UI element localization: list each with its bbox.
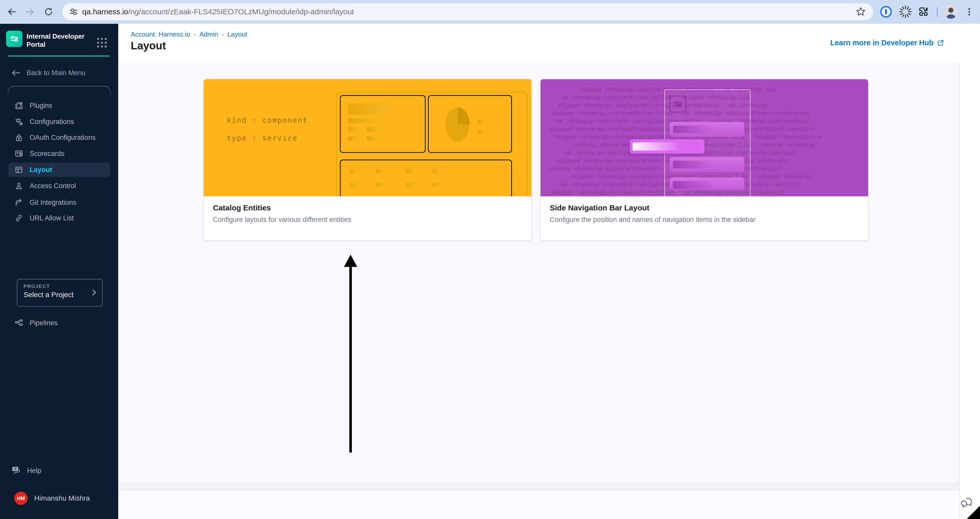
card-side-navigation-layout[interactable]: skipped /drone/go-scm/scm/driver/bitbuck… <box>540 79 869 241</box>
sidebar-item-label: Pipelines <box>30 319 58 327</box>
sidebar-item-label: Access Control <box>30 182 76 190</box>
wireframe-chart-box <box>428 95 512 153</box>
app-title: Internal Developer Portal <box>27 32 91 49</box>
sidebar-item-label: Plugins <box>30 102 52 110</box>
sidebar-item-configurations[interactable]: Configurations <box>8 115 110 129</box>
user-name: Himanshu Mishra <box>34 494 90 502</box>
sidebar-item-label: URL Allow List <box>30 214 74 222</box>
catalog-entities-preview: kind : component type : service <box>204 79 531 196</box>
browser-profile-avatar[interactable] <box>944 5 958 19</box>
puzzle-icon <box>8 101 30 110</box>
sidebar-item-label: OAuth Configurations <box>30 134 95 142</box>
sidebar-item-label: Git Integrations <box>30 199 76 207</box>
card-footer: Catalog Entities Configure layouts for v… <box>204 196 531 231</box>
page-title: Layout <box>131 40 166 52</box>
apps-grid-icon[interactable] <box>94 35 109 50</box>
sidebar-item-access-control[interactable]: Access Control <box>8 179 110 193</box>
sidebar-item-label: Scorecards <box>30 150 65 158</box>
lock-icon <box>8 133 30 142</box>
back-icon <box>6 6 18 18</box>
scorecard-icon <box>8 149 30 158</box>
sidebar-item-oauth-configurations[interactable]: OAuth Configurations <box>8 130 110 145</box>
svg-text:?: ? <box>14 467 17 471</box>
breadcrumb-account-link[interactable]: Account: Harness.io <box>131 30 190 38</box>
wireframe-table-box <box>340 160 512 196</box>
page-footer-area <box>118 490 959 519</box>
gears-icon <box>8 117 30 126</box>
help-chat-icon: ? <box>11 466 22 476</box>
help-button[interactable]: ? Help <box>11 466 41 476</box>
breadcrumb: Account: Harness.io › Admin › Layout <box>131 30 247 38</box>
mini-logo-outline <box>670 96 686 112</box>
project-value: Select a Project <box>24 291 73 299</box>
idp-logo[interactable] <box>6 31 22 47</box>
address-bar[interactable]: qa.harness.io/ng/account/zEaak-FLS425IEO… <box>62 3 873 20</box>
sidebar-item-url-allow-list[interactable]: URL Allow List <box>8 211 110 225</box>
pipelines-icon <box>8 318 30 327</box>
browser-back-button[interactable] <box>5 5 19 19</box>
browser-forward-button[interactable] <box>23 5 37 19</box>
layout-icon <box>8 165 30 174</box>
git-branch-icon <box>8 198 30 207</box>
browser-reload-button[interactable] <box>41 5 56 19</box>
extensions-puzzle-icon[interactable] <box>917 5 931 19</box>
project-label: PROJECT <box>24 284 50 289</box>
forward-icon <box>24 6 36 18</box>
card-title: Catalog Entities <box>213 203 522 212</box>
card-description: Configure the position and names of navi… <box>550 216 859 224</box>
mini-nav-item-dragging <box>630 139 705 154</box>
help-label: Help <box>27 467 41 475</box>
extension-1password-icon[interactable] <box>879 5 893 19</box>
annotation-arrow-up <box>342 254 360 455</box>
sidebar-item-scorecards[interactable]: Scorecards <box>8 147 110 161</box>
url-host: qa.harness.io <box>82 7 128 16</box>
breadcrumb-separator: › <box>194 31 196 38</box>
site-settings-icon[interactable] <box>68 6 79 17</box>
back-label: Back to Main Menu <box>27 69 86 77</box>
side-nav-preview: skipped /drone/go-scm/scm/driver/bitbuck… <box>541 79 868 196</box>
bookmark-star-icon[interactable] <box>855 6 866 17</box>
content-area: kind : component type : service <box>118 62 960 483</box>
app-sidebar: Internal Developer Portal Back to Main M… <box>0 24 118 519</box>
sidebar-accent-divider <box>8 56 110 56</box>
sidebar-item-git-integrations[interactable]: Git Integrations <box>8 195 110 210</box>
chevron-right-icon <box>91 288 98 297</box>
learn-more-link[interactable]: Learn more in Developer Hub <box>830 38 945 47</box>
learn-more-label: Learn more in Developer Hub <box>830 38 934 47</box>
card-description: Configure layouts for various different … <box>213 216 522 224</box>
page-header: Account: Harness.io › Admin › Layout Lay… <box>118 24 980 62</box>
link-icon <box>8 214 30 223</box>
url-text: qa.harness.io/ng/account/zEaak-FLS425IEO… <box>82 7 354 16</box>
content-bottom-band <box>118 483 959 490</box>
url-path: /ng/account/zEaak-FLS425IEO7OLzMUg/modul… <box>128 7 354 16</box>
card-footer: Side Navigation Bar Layout Configure the… <box>541 196 868 231</box>
toolbar-separator <box>937 7 938 17</box>
extension-spinner-icon[interactable] <box>898 5 913 19</box>
mouse-cursor <box>967 506 980 519</box>
project-selector[interactable]: PROJECT Select a Project <box>17 279 103 307</box>
preview-type-text: type : service <box>227 134 298 142</box>
card-catalog-entities[interactable]: kind : component type : service <box>203 79 532 241</box>
breadcrumb-current[interactable]: Layout <box>227 30 247 38</box>
back-arrow-icon <box>11 69 21 77</box>
browser-toolbar: qa.harness.io/ng/account/zEaak-FLS425IEO… <box>0 0 980 24</box>
back-to-main-menu[interactable]: Back to Main Menu <box>11 69 86 77</box>
sidebar-item-label: Configurations <box>30 118 74 126</box>
breadcrumb-separator: › <box>222 31 224 38</box>
sidebar-item-pipelines[interactable]: Pipelines <box>8 316 110 330</box>
person-icon <box>8 181 30 190</box>
sidebar-item-layout[interactable]: Layout <box>8 163 110 177</box>
user-avatar: HM <box>14 492 27 505</box>
sidebar-menu-divider <box>8 86 111 95</box>
external-link-icon <box>937 39 944 47</box>
breadcrumb-admin-link[interactable]: Admin <box>199 30 218 38</box>
wireframe-info-box <box>340 95 426 153</box>
mini-nav-item <box>670 177 744 190</box>
right-side-strip <box>959 62 980 519</box>
sidebar-item-plugins[interactable]: Plugins <box>8 98 110 113</box>
card-title: Side Navigation Bar Layout <box>550 203 859 212</box>
reload-icon <box>43 6 54 18</box>
user-menu[interactable]: HM Himanshu Mishra <box>14 492 90 505</box>
mini-nav-item <box>670 122 744 137</box>
browser-menu-icon[interactable] <box>962 5 977 19</box>
